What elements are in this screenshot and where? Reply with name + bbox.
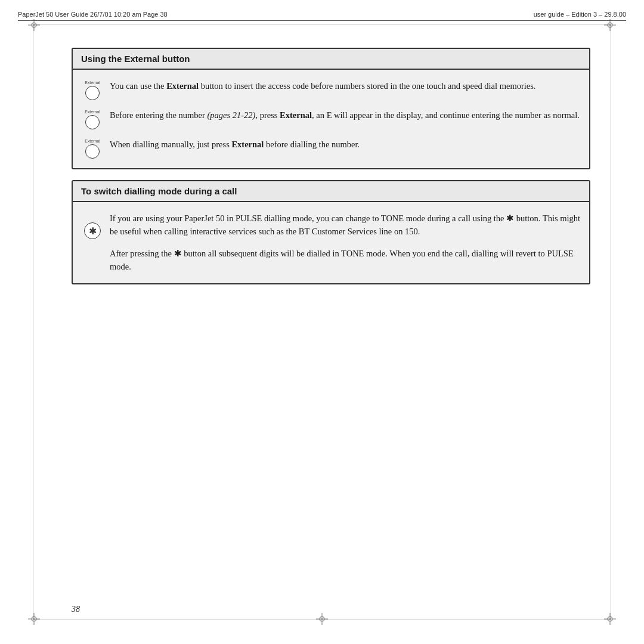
dialling-mode-para1: If you are using your PaperJet 50 in PUL…: [110, 212, 581, 239]
page-header: PaperJet 50 User Guide 26/7/01 10:20 am …: [18, 11, 626, 21]
external-label-2: External: [85, 110, 100, 114]
header-left: PaperJet 50 User Guide 26/7/01 10:20 am …: [18, 11, 168, 18]
reg-mark-bottom-right: [604, 613, 616, 625]
dialling-mode-texts: If you are using your PaperJet 50 in PUL…: [110, 212, 581, 274]
reg-mark-bottom-left: [28, 613, 40, 625]
dialling-mode-para2: After pressing the ✱ button all subseque…: [110, 247, 581, 274]
external-row-1: External You can use the External button…: [81, 79, 581, 100]
external-icon-3: External: [81, 138, 104, 159]
section-external-button: Using the External button External You c…: [72, 48, 590, 169]
section1-title: Using the External button: [73, 49, 589, 70]
external-label-1: External: [85, 80, 100, 85]
external-circle-1: [85, 86, 100, 100]
reg-mark-bottom-center: [316, 613, 328, 625]
star-icon-col: ✱: [81, 222, 104, 239]
reg-mark-top-left: [28, 19, 40, 31]
main-content: Using the External button External You c…: [72, 48, 590, 596]
header-right: user guide – Edition 3 – 29.8.00: [534, 11, 626, 18]
external-icon-1: External: [81, 79, 104, 100]
external-row-3: External When dialling manually, just pr…: [81, 138, 581, 159]
star-button-icon: ✱: [84, 222, 101, 239]
external-text-1: You can use the External button to inser…: [110, 79, 581, 92]
external-circle-2: [85, 115, 100, 129]
external-row-2: External Before entering the number (pag…: [81, 109, 581, 129]
section2-title: To switch dialling mode during a call: [73, 181, 589, 202]
section1-body: External You can use the External button…: [73, 70, 589, 168]
section-dialling-mode: To switch dialling mode during a call ✱ …: [72, 180, 590, 284]
dialling-mode-row: ✱ If you are using your PaperJet 50 in P…: [81, 212, 581, 274]
reg-mark-top-right: [604, 19, 616, 31]
external-text-3: When dialling manually, just press Exter…: [110, 138, 581, 151]
external-text-2: Before entering the number (pages 21-22)…: [110, 109, 581, 122]
external-icon-2: External: [81, 109, 104, 129]
section2-body: ✱ If you are using your PaperJet 50 in P…: [73, 202, 589, 283]
page-number: 38: [72, 605, 80, 614]
external-circle-3: [85, 144, 100, 159]
external-label-3: External: [85, 139, 100, 143]
